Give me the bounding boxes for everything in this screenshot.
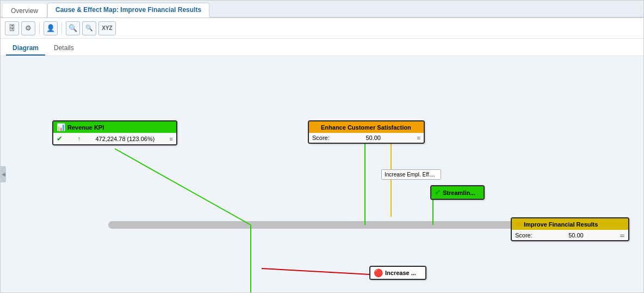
increase-error-icon: 🔴 xyxy=(374,268,383,277)
node-enhance-header: ⚠ Enhance Customer Satisfaction xyxy=(309,121,424,133)
xyz-button[interactable]: XYZ xyxy=(98,21,116,35)
node-streamline-small-header: ✔ Streamlin... xyxy=(431,186,484,199)
diagram-svg xyxy=(1,56,643,292)
save-button[interactable]: 🗄 xyxy=(5,21,19,35)
node-revenue-kpi[interactable]: 📊 Revenue KPI ✔ ↑ 472,224.78 (123.06%) ≡ xyxy=(52,120,177,145)
improve-score-label: Score: xyxy=(515,232,532,239)
tab-bar: Overview Cause & Effect Map: Improve Fin… xyxy=(1,1,643,18)
save-icon: 🗄 xyxy=(9,24,16,32)
node-streamline-small[interactable]: ✔ Streamlin... xyxy=(430,185,485,200)
zoom-in-icon: 🔍 xyxy=(69,24,77,32)
node-increase-empl-label: Increase Empl. Eff.... xyxy=(381,169,441,180)
node-enhance-customer[interactable]: ⚠ Enhance Customer Satisfaction Score: 5… xyxy=(308,120,425,144)
improve-title: Improve Financial Results xyxy=(524,221,598,228)
improve-menu-icon[interactable]: ⚌ xyxy=(620,231,625,239)
node-increase-header: 🔴 Increase ... xyxy=(370,267,425,279)
streamline-small-title: Streamlin... xyxy=(443,190,475,196)
toolbar-separator-2 xyxy=(61,22,62,34)
revenue-up-icon: ↑ xyxy=(77,135,81,143)
toolbar-separator-1 xyxy=(39,22,40,34)
node-improve-financial[interactable]: ⚠ Improve Financial Results Score: 50.00… xyxy=(511,217,629,241)
revenue-menu-icon[interactable]: ≡ xyxy=(170,136,173,142)
enhance-score-label: Score: xyxy=(312,135,330,141)
tab-overview[interactable]: Overview xyxy=(3,4,46,17)
revenue-kpi-title: Revenue KPI xyxy=(67,124,104,131)
revenue-check-icon: ✔ xyxy=(57,135,63,143)
sub-tab-bar: Diagram Details xyxy=(1,39,643,56)
node-improve-header: ⚠ Improve Financial Results xyxy=(512,218,628,230)
toolbar: 🗄 ⚙ 👤 🔍 🔍 XYZ xyxy=(1,18,643,39)
svg-line-6 xyxy=(262,268,370,274)
zoom-in-button[interactable]: 🔍 xyxy=(66,21,80,35)
enhance-title: Enhance Customer Satisfaction xyxy=(321,124,411,131)
node-increase[interactable]: 🔴 Increase ... xyxy=(369,266,426,280)
svg-line-1 xyxy=(115,149,251,225)
enhance-score-value: 50.00 xyxy=(366,135,381,141)
improve-score-value: 50.00 xyxy=(568,232,584,239)
xyz-icon: XYZ xyxy=(102,25,112,31)
sub-tab-diagram[interactable]: Diagram xyxy=(6,41,45,56)
enhance-warning-icon: ⚠ xyxy=(312,123,319,131)
zoom-out-icon: 🔍 xyxy=(85,25,93,32)
enhance-menu-icon[interactable]: ≡ xyxy=(417,135,420,141)
revenue-kpi-value: 472,224.78 (123.06%) xyxy=(95,136,154,142)
improve-warning-icon: ⚠ xyxy=(515,220,522,228)
settings-icon: ⚙ xyxy=(25,24,32,32)
node-revenue-kpi-body: ✔ ↑ 472,224.78 (123.06%) ≡ xyxy=(53,133,176,144)
node-enhance-body: Score: 50.00 ≡ xyxy=(309,133,424,143)
people-icon: 👤 xyxy=(46,24,55,32)
people-button[interactable]: 👤 xyxy=(44,21,58,35)
streamline-small-check-icon: ✔ xyxy=(435,188,441,197)
tab-cause-effect[interactable]: Cause & Effect Map: Improve Financial Re… xyxy=(47,3,209,17)
diagram-area: ◀ 📊 Revenue KPI xyxy=(1,56,643,292)
zoom-out-button[interactable]: 🔍 xyxy=(82,21,96,35)
app-container: Overview Cause & Effect Map: Improve Fin… xyxy=(0,0,644,293)
increase-title: Increase ... xyxy=(385,270,416,276)
revenue-kpi-icon: 📊 xyxy=(57,123,65,131)
settings-button[interactable]: ⚙ xyxy=(21,21,35,35)
node-improve-body: Score: 50.00 ⚌ xyxy=(512,230,628,240)
sub-tab-details[interactable]: Details xyxy=(47,41,81,56)
node-revenue-kpi-header: 📊 Revenue KPI xyxy=(53,121,176,133)
